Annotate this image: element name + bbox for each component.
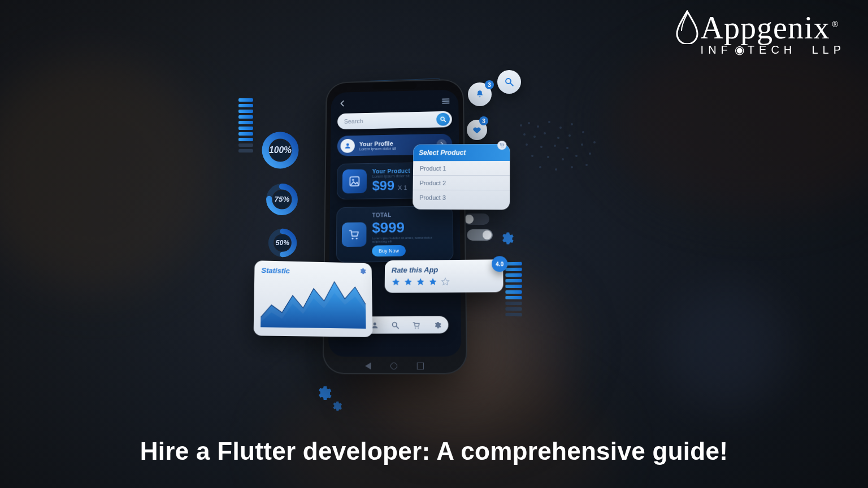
svg-point-21 <box>373 322 376 325</box>
progress-ring-100: 100% <box>260 130 301 171</box>
svg-point-18 <box>352 179 354 181</box>
level-bars-left <box>238 98 253 152</box>
hero-caption: Hire a Flutter developer: A comprehensiv… <box>0 437 868 465</box>
total-label: TOTAL <box>372 211 447 218</box>
product-qty: X 1 <box>398 184 407 191</box>
brand-name: Appgenix <box>701 10 830 45</box>
target-icon: ◉ <box>735 43 745 56</box>
select-product-item[interactable]: Product 2 <box>413 176 510 190</box>
select-product-header: Select Product <box>413 144 510 161</box>
svg-line-23 <box>396 326 398 328</box>
total-card: TOTAL $999 Lorem ipsum dolor sit amet, c… <box>336 206 454 263</box>
svg-point-26 <box>501 147 501 147</box>
android-recent-icon[interactable] <box>417 363 424 369</box>
star-rating[interactable] <box>392 277 497 286</box>
svg-point-27 <box>503 147 504 147</box>
svg-point-19 <box>351 238 353 239</box>
product-price: $99 <box>372 178 394 193</box>
brand-sub-right: LLP <box>811 43 845 56</box>
rate-app-card[interactable]: Rate this App 4.0 <box>385 259 504 293</box>
progress-ring-75: 75% <box>264 182 300 217</box>
hero-image: Appgenix® INF◉TECH LLP 3 3 <box>0 0 868 488</box>
rate-title: Rate this App <box>392 265 496 274</box>
brand-drop-icon <box>675 10 700 44</box>
progress-ring-50: 50% <box>267 227 298 259</box>
bell-icon <box>475 89 485 99</box>
star-icon <box>416 277 425 286</box>
toggle-switch-on[interactable] <box>467 229 493 241</box>
star-icon <box>403 277 413 286</box>
menu-icon[interactable] <box>441 96 451 106</box>
cart-dot-icon <box>497 141 506 150</box>
dots-map-decoration <box>514 119 605 186</box>
android-nav-bar <box>323 363 468 369</box>
gear-icon <box>498 230 514 246</box>
gear-icon[interactable] <box>433 320 441 329</box>
total-desc: Lorem ipsum dolor sit amet, consectetur … <box>372 236 448 243</box>
svg-text:50%: 50% <box>276 239 289 247</box>
notifications-bubble[interactable]: 3 <box>468 82 492 106</box>
registered-mark: ® <box>832 20 838 29</box>
profile-subtitle: Lorem ipsum dolor sit <box>359 146 396 151</box>
buy-now-button[interactable]: Buy Now <box>372 245 406 256</box>
total-price: $999 <box>372 219 448 237</box>
toggle-knob <box>465 215 474 224</box>
gear-icon[interactable] <box>358 267 366 275</box>
svg-point-20 <box>356 238 358 239</box>
heart-icon <box>472 125 482 135</box>
statistic-title: Statistic <box>261 266 365 277</box>
rating-score-badge: 4.0 <box>492 256 507 272</box>
svg-line-15 <box>444 120 446 122</box>
svg-point-16 <box>346 143 349 146</box>
search-button[interactable] <box>436 113 450 126</box>
svg-text:100%: 100% <box>269 145 292 155</box>
svg-point-25 <box>418 327 419 328</box>
brand-sub-mid: TECH <box>748 43 796 56</box>
statistic-card: Statistic <box>254 260 373 337</box>
search-icon[interactable] <box>391 321 400 329</box>
likes-bubble[interactable]: 3 <box>467 120 487 140</box>
search-input[interactable]: Search <box>337 111 452 130</box>
level-bars-right <box>505 262 522 316</box>
toggle-switch-off[interactable] <box>463 213 489 225</box>
star-icon <box>392 278 401 287</box>
bg-blur <box>665 285 789 409</box>
select-product-dropdown[interactable]: Select Product Product 1 Product 2 Produ… <box>413 144 510 210</box>
gear-icon <box>330 400 342 412</box>
svg-line-1 <box>510 83 513 86</box>
select-product-title: Select Product <box>419 149 466 156</box>
select-product-item[interactable]: Product 3 <box>413 190 510 206</box>
search-icon <box>440 116 446 123</box>
brand-subtitle: INF◉TECH LLP <box>701 43 845 56</box>
android-back-icon[interactable] <box>365 363 371 369</box>
brand-logo: Appgenix® INF◉TECH LLP <box>701 14 845 56</box>
star-outline-icon <box>441 277 450 286</box>
avatar-icon <box>340 139 354 153</box>
search-bubble[interactable] <box>497 70 521 94</box>
bg-blur <box>608 34 868 215</box>
phone-notch <box>372 82 416 90</box>
search-placeholder: Search <box>344 118 363 125</box>
select-product-item[interactable]: Product 1 <box>413 161 510 176</box>
svg-text:75%: 75% <box>275 195 290 203</box>
app-top-bar <box>337 96 452 108</box>
statistic-chart <box>261 278 366 329</box>
svg-point-24 <box>415 327 416 328</box>
notification-count-badge: 3 <box>485 80 494 89</box>
bg-blur <box>0 56 215 294</box>
toggle-knob <box>483 230 492 239</box>
back-arrow-icon[interactable] <box>338 99 346 107</box>
user-icon <box>344 142 351 150</box>
brand-sub-left: INF <box>701 43 732 56</box>
cart-icon[interactable] <box>412 321 420 329</box>
search-icon <box>504 77 514 87</box>
android-home-icon[interactable] <box>390 363 397 369</box>
star-icon <box>428 277 437 286</box>
image-thumbnail-icon <box>342 169 367 194</box>
likes-count-badge: 3 <box>479 116 488 125</box>
cart-icon <box>342 222 367 247</box>
